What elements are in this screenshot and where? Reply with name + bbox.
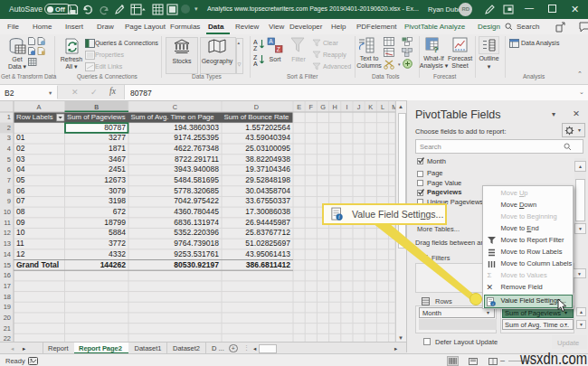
svg-text:A: A bbox=[253, 61, 258, 67]
svg-text:?: ? bbox=[433, 45, 439, 53]
svg-text:A: A bbox=[253, 39, 258, 45]
svg-text:Z: Z bbox=[253, 45, 258, 52]
svg-text:Z: Z bbox=[253, 54, 258, 61]
svg-text:A: A bbox=[269, 38, 273, 44]
svg-text:Z: Z bbox=[277, 46, 280, 52]
